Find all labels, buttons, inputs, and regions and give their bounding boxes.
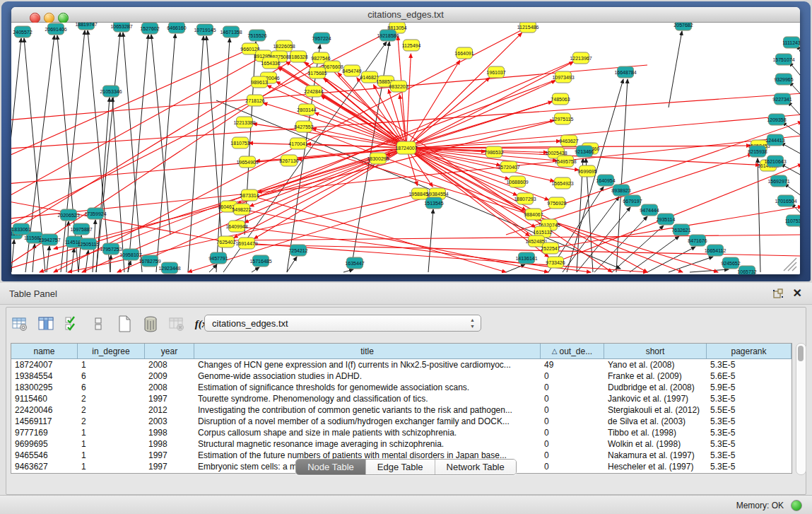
graph-node[interactable]: 1961037 bbox=[486, 66, 505, 78]
graph-node[interactable]: 1065732 bbox=[737, 266, 756, 274]
table-cell[interactable]: 0 bbox=[541, 405, 604, 415]
table-row[interactable]: 1872400712008Changes of HCN gene express… bbox=[11, 359, 792, 370]
table-cell[interactable]: Corpus callosum shape and size in male p… bbox=[194, 428, 541, 438]
graph-node[interactable]: 18819747 bbox=[75, 23, 97, 30]
graph-node[interactable]: 11215486 bbox=[517, 23, 539, 33]
graph-node[interactable]: 989613 bbox=[251, 76, 267, 88]
graph-node[interactable]: 9329965 bbox=[774, 74, 793, 85]
graph-node[interactable]: 6466160 bbox=[167, 23, 186, 33]
table-row[interactable]: 911546021997Tourette syndrome. Phenomeno… bbox=[11, 393, 792, 404]
column-header-year[interactable]: year bbox=[145, 344, 194, 358]
graph-node[interactable]: 1833061 bbox=[11, 223, 30, 235]
graph-node[interactable]: 2057682 bbox=[673, 23, 693, 30]
table-cell[interactable]: 2009 bbox=[145, 371, 194, 381]
graph-node[interactable]: 1664091 bbox=[454, 47, 473, 59]
table-cell[interactable]: 5.9E-5 bbox=[707, 382, 792, 392]
table-row[interactable]: 1830029562008Estimation of significance … bbox=[11, 382, 792, 393]
graph-node[interactable]: 16914479 bbox=[235, 238, 257, 249]
graph-node[interactable]: 1111243 bbox=[782, 37, 800, 48]
graph-node[interactable]: 12975115 bbox=[552, 113, 574, 124]
delete-table-icon[interactable] bbox=[167, 315, 186, 333]
table-cell[interactable]: 1 bbox=[78, 428, 145, 438]
table-cell[interactable]: 6 bbox=[78, 371, 145, 381]
table-cell[interactable]: 9699695 bbox=[11, 439, 78, 449]
graph-node[interactable]: 9213466 bbox=[575, 146, 594, 157]
graph-node[interactable]: 8471676 bbox=[688, 235, 707, 246]
column-header-in_degree[interactable]: in_degree bbox=[78, 344, 145, 358]
graph-node[interactable]: 9463627 bbox=[559, 135, 578, 146]
graph-node[interactable]: 9756928 bbox=[547, 197, 566, 209]
tab-edge-table[interactable]: Edge Table bbox=[366, 460, 435, 474]
graph-node[interactable]: 9832203 bbox=[389, 81, 408, 92]
graph-node[interactable]: 15495758 bbox=[554, 156, 576, 167]
graph-node[interactable]: 1640954 bbox=[596, 175, 615, 186]
table-selector-dropdown[interactable]: citations_edges.txt ▲▼ bbox=[204, 315, 481, 332]
table-settings-icon[interactable] bbox=[11, 315, 29, 333]
table-cell[interactable]: 0 bbox=[541, 428, 604, 438]
column-header-name[interactable]: name bbox=[11, 344, 78, 358]
table-cell[interactable]: 2012 bbox=[145, 405, 194, 415]
graph-node[interactable]: 15692971 bbox=[767, 175, 789, 187]
table-cell[interactable]: 18300295 bbox=[11, 382, 78, 392]
network-window-titlebar[interactable]: citations_edges.txt bbox=[11, 7, 800, 23]
graph-node[interactable]: 5498222 bbox=[232, 204, 251, 215]
graph-node[interactable]: 7485063 bbox=[551, 93, 570, 105]
table-cell[interactable]: 2008 bbox=[145, 360, 194, 370]
table-row[interactable]: 969969511998Structural magnetic resonanc… bbox=[11, 438, 792, 450]
table-cell[interactable]: 14569117 bbox=[11, 416, 78, 426]
graph-node[interactable]: 14136141 bbox=[515, 252, 537, 264]
resize-grip[interactable] bbox=[779, 254, 798, 272]
table-scrollbar-thumb[interactable] bbox=[798, 346, 804, 361]
table-cell[interactable]: Wolkin et al. (1998) bbox=[604, 439, 707, 449]
table-cell[interactable]: 19384554 bbox=[11, 371, 78, 381]
citation-graph[interactable]: 9660128891295418226058982750881863289827… bbox=[11, 23, 800, 274]
table-cell[interactable]: 1997 bbox=[145, 394, 194, 404]
table-cell[interactable]: 2 bbox=[78, 394, 145, 404]
table-cell[interactable]: 0 bbox=[541, 394, 604, 404]
table-cell[interactable]: Genome-wide association studies in ADHD. bbox=[194, 371, 541, 381]
graph-node[interactable]: 16409948 bbox=[225, 221, 247, 232]
graph-node[interactable]: 1209358 bbox=[767, 114, 786, 125]
graph-node[interactable]: 16210643 bbox=[764, 156, 786, 167]
table-cell[interactable]: 0 bbox=[541, 416, 604, 426]
table-cell[interactable]: 2008 bbox=[145, 382, 194, 392]
table-cell[interactable]: 0 bbox=[541, 371, 604, 381]
graph-node[interactable]: 19218586 bbox=[377, 30, 399, 41]
table-cell[interactable]: Yano et al. (2008) bbox=[604, 360, 707, 370]
column-header-out_de[interactable]: △out_de... bbox=[541, 344, 604, 358]
network-canvas[interactable]: 9660128891295418226058982750881863289827… bbox=[11, 23, 800, 274]
select-columns-icon[interactable] bbox=[63, 315, 81, 333]
graph-node[interactable]: 1244413 bbox=[765, 134, 784, 146]
graph-node[interactable]: 9699695 bbox=[577, 165, 596, 177]
graph-node[interactable]: 7986532 bbox=[484, 146, 503, 158]
table-cell[interactable]: Dudbridge et al. (2008) bbox=[604, 382, 707, 392]
graph-node[interactable]: 17957253 bbox=[100, 243, 122, 255]
table-cell[interactable]: Tourette syndrome. Phenomenology and cla… bbox=[194, 394, 541, 404]
graph-node[interactable]: 19654903 bbox=[236, 156, 258, 168]
graph-node[interactable]: 7957224 bbox=[312, 33, 331, 44]
table-cell[interactable]: 2 bbox=[78, 416, 145, 426]
table-cell[interactable]: 1998 bbox=[145, 428, 194, 438]
table-cell[interactable]: Disruption of a novel member of a sodium… bbox=[194, 416, 541, 426]
table-cell[interactable]: 2003 bbox=[145, 416, 194, 426]
tab-network-table[interactable]: Network Table bbox=[435, 460, 516, 474]
graph-node[interactable]: 21053346 bbox=[100, 86, 122, 97]
table-cell[interactable]: 2 bbox=[78, 405, 145, 415]
graph-node[interactable]: 1125494 bbox=[402, 40, 421, 51]
graph-node[interactable]: 5873314 bbox=[240, 189, 259, 201]
graph-node[interactable]: 1635447 bbox=[345, 257, 364, 269]
graph-node[interactable]: 12213389 bbox=[233, 117, 255, 128]
graph-node[interactable]: 9733426 bbox=[546, 257, 565, 268]
graph-node[interactable]: 2803144 bbox=[297, 104, 316, 115]
graph-node[interactable]: 10653287 bbox=[110, 23, 132, 32]
table-row[interactable]: 2242004622012Investigating the contribut… bbox=[11, 404, 792, 416]
graph-node[interactable]: 15720407 bbox=[498, 161, 519, 173]
graph-node[interactable]: 8427552 bbox=[294, 121, 313, 132]
graph-node[interactable]: 9457791 bbox=[208, 252, 228, 264]
graph-node[interactable]: 7254212 bbox=[288, 245, 307, 256]
graph-node[interactable]: 18226058 bbox=[273, 40, 295, 52]
close-panel-icon[interactable]: ✕ bbox=[793, 286, 802, 300]
table-row[interactable]: 1938455462009Genome-wide association stu… bbox=[11, 370, 792, 382]
table-cell[interactable]: 1998 bbox=[145, 439, 194, 449]
graph-node[interactable]: 12213967 bbox=[570, 52, 592, 64]
